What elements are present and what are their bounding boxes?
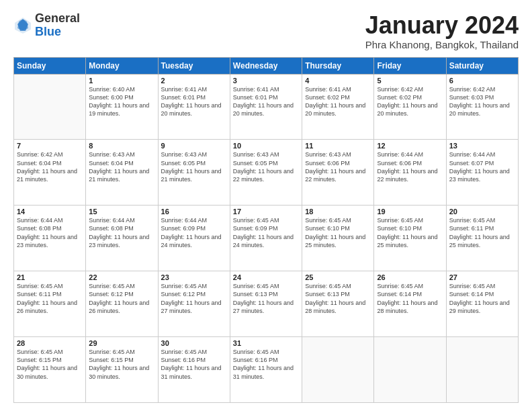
calendar-cell: 26Sunrise: 6:45 AMSunset: 6:14 PMDayligh… <box>374 271 446 337</box>
weekday-header-saturday: Saturday <box>446 57 518 74</box>
day-number: 25 <box>305 273 371 281</box>
weekday-header-row: SundayMondayTuesdayWednesdayThursdayFrid… <box>14 57 519 74</box>
day-number: 15 <box>89 208 154 216</box>
day-number: 26 <box>377 273 443 281</box>
weekday-header-friday: Friday <box>374 57 446 74</box>
calendar-cell: 9Sunrise: 6:43 AMSunset: 6:05 PMDaylight… <box>158 140 230 205</box>
calendar-cell: 4Sunrise: 6:41 AMSunset: 6:02 PMDaylight… <box>302 74 374 140</box>
day-number: 23 <box>161 273 227 281</box>
day-number: 1 <box>89 77 154 85</box>
calendar-cell: 27Sunrise: 6:45 AMSunset: 6:14 PMDayligh… <box>446 271 518 337</box>
day-info: Sunrise: 6:42 AMSunset: 6:02 PMDaylight:… <box>377 85 443 118</box>
day-number: 30 <box>161 339 227 347</box>
week-row-1: 1Sunrise: 6:40 AMSunset: 6:00 PMDaylight… <box>14 74 519 140</box>
day-info: Sunrise: 6:45 AMSunset: 6:14 PMDaylight:… <box>377 282 443 315</box>
calendar-cell: 5Sunrise: 6:42 AMSunset: 6:02 PMDaylight… <box>374 74 446 140</box>
day-info: Sunrise: 6:45 AMSunset: 6:16 PMDaylight:… <box>233 348 299 381</box>
logo-blue: Blue <box>35 25 61 38</box>
calendar-cell: 8Sunrise: 6:43 AMSunset: 6:04 PMDaylight… <box>86 140 158 205</box>
calendar-cell: 6Sunrise: 6:42 AMSunset: 6:03 PMDaylight… <box>446 74 518 140</box>
day-info: Sunrise: 6:45 AMSunset: 6:15 PMDaylight:… <box>17 348 83 381</box>
calendar-cell: 7Sunrise: 6:42 AMSunset: 6:04 PMDaylight… <box>14 140 86 205</box>
day-number: 22 <box>89 273 154 281</box>
day-info: Sunrise: 6:45 AMSunset: 6:13 PMDaylight:… <box>233 282 299 315</box>
page: General Blue January 2024 Phra Khanong, … <box>0 0 532 411</box>
day-info: Sunrise: 6:45 AMSunset: 6:13 PMDaylight:… <box>305 282 371 315</box>
day-info: Sunrise: 6:43 AMSunset: 6:05 PMDaylight:… <box>161 150 227 183</box>
weekday-header-wednesday: Wednesday <box>230 57 302 74</box>
day-info: Sunrise: 6:41 AMSunset: 6:01 PMDaylight:… <box>161 85 227 118</box>
calendar-cell: 2Sunrise: 6:41 AMSunset: 6:01 PMDaylight… <box>158 74 230 140</box>
day-number: 28 <box>17 339 83 347</box>
day-number: 20 <box>449 208 515 216</box>
weekday-header-monday: Monday <box>86 57 158 74</box>
week-row-2: 7Sunrise: 6:42 AMSunset: 6:04 PMDaylight… <box>14 140 519 205</box>
day-info: Sunrise: 6:43 AMSunset: 6:06 PMDaylight:… <box>305 150 371 183</box>
day-number: 16 <box>161 208 227 216</box>
week-row-4: 21Sunrise: 6:45 AMSunset: 6:11 PMDayligh… <box>14 271 519 337</box>
day-number: 18 <box>305 208 371 216</box>
day-info: Sunrise: 6:42 AMSunset: 6:04 PMDaylight:… <box>17 150 83 183</box>
day-info: Sunrise: 6:45 AMSunset: 6:11 PMDaylight:… <box>17 282 83 315</box>
calendar-subtitle: Phra Khanong, Bangkok, Thailand <box>365 39 519 50</box>
calendar-cell: 12Sunrise: 6:44 AMSunset: 6:06 PMDayligh… <box>374 140 446 205</box>
day-number: 9 <box>161 142 227 150</box>
calendar-cell <box>302 337 374 403</box>
day-info: Sunrise: 6:45 AMSunset: 6:16 PMDaylight:… <box>161 348 227 381</box>
day-number: 27 <box>449 273 515 281</box>
day-number: 21 <box>17 273 83 281</box>
calendar-title: January 2024 <box>365 12 519 39</box>
calendar-cell: 13Sunrise: 6:44 AMSunset: 6:07 PMDayligh… <box>446 140 518 205</box>
day-info: Sunrise: 6:45 AMSunset: 6:10 PMDaylight:… <box>305 216 371 249</box>
calendar-cell: 24Sunrise: 6:45 AMSunset: 6:13 PMDayligh… <box>230 271 302 337</box>
day-number: 3 <box>233 77 299 85</box>
day-number: 6 <box>449 77 515 85</box>
day-info: Sunrise: 6:43 AMSunset: 6:04 PMDaylight:… <box>89 150 154 183</box>
header: General Blue January 2024 Phra Khanong, … <box>13 12 519 50</box>
day-number: 10 <box>233 142 299 150</box>
day-number: 11 <box>305 142 371 150</box>
calendar-cell: 15Sunrise: 6:44 AMSunset: 6:08 PMDayligh… <box>86 205 158 271</box>
logo-text-block: General Blue <box>35 12 80 39</box>
day-info: Sunrise: 6:44 AMSunset: 6:09 PMDaylight:… <box>161 216 227 249</box>
day-info: Sunrise: 6:45 AMSunset: 6:12 PMDaylight:… <box>89 282 154 315</box>
calendar-cell: 10Sunrise: 6:43 AMSunset: 6:05 PMDayligh… <box>230 140 302 205</box>
week-row-3: 14Sunrise: 6:44 AMSunset: 6:08 PMDayligh… <box>14 205 519 271</box>
calendar-cell: 25Sunrise: 6:45 AMSunset: 6:13 PMDayligh… <box>302 271 374 337</box>
calendar-cell: 21Sunrise: 6:45 AMSunset: 6:11 PMDayligh… <box>14 271 86 337</box>
day-number: 31 <box>233 339 299 347</box>
week-row-5: 28Sunrise: 6:45 AMSunset: 6:15 PMDayligh… <box>14 337 519 403</box>
calendar-cell: 22Sunrise: 6:45 AMSunset: 6:12 PMDayligh… <box>86 271 158 337</box>
calendar-cell: 1Sunrise: 6:40 AMSunset: 6:00 PMDaylight… <box>86 74 158 140</box>
calendar-cell: 11Sunrise: 6:43 AMSunset: 6:06 PMDayligh… <box>302 140 374 205</box>
calendar-cell: 17Sunrise: 6:45 AMSunset: 6:09 PMDayligh… <box>230 205 302 271</box>
weekday-header-sunday: Sunday <box>14 57 86 74</box>
calendar-cell: 19Sunrise: 6:45 AMSunset: 6:10 PMDayligh… <box>374 205 446 271</box>
day-info: Sunrise: 6:45 AMSunset: 6:11 PMDaylight:… <box>449 216 515 249</box>
weekday-header-thursday: Thursday <box>302 57 374 74</box>
calendar-cell: 23Sunrise: 6:45 AMSunset: 6:12 PMDayligh… <box>158 271 230 337</box>
day-info: Sunrise: 6:45 AMSunset: 6:12 PMDaylight:… <box>161 282 227 315</box>
day-info: Sunrise: 6:44 AMSunset: 6:06 PMDaylight:… <box>377 150 443 183</box>
calendar-cell: 14Sunrise: 6:44 AMSunset: 6:08 PMDayligh… <box>14 205 86 271</box>
day-number: 19 <box>377 208 443 216</box>
day-number: 4 <box>305 77 371 85</box>
day-info: Sunrise: 6:40 AMSunset: 6:00 PMDaylight:… <box>89 85 154 118</box>
logo-text: General Blue <box>35 12 80 39</box>
day-info: Sunrise: 6:45 AMSunset: 6:09 PMDaylight:… <box>233 216 299 249</box>
calendar-cell: 30Sunrise: 6:45 AMSunset: 6:16 PMDayligh… <box>158 337 230 403</box>
calendar-cell <box>374 337 446 403</box>
day-info: Sunrise: 6:42 AMSunset: 6:03 PMDaylight:… <box>449 85 515 118</box>
day-number: 17 <box>233 208 299 216</box>
calendar-cell: 29Sunrise: 6:45 AMSunset: 6:15 PMDayligh… <box>86 337 158 403</box>
day-info: Sunrise: 6:45 AMSunset: 6:15 PMDaylight:… <box>89 348 154 381</box>
day-info: Sunrise: 6:44 AMSunset: 6:08 PMDaylight:… <box>17 216 83 249</box>
calendar-cell: 28Sunrise: 6:45 AMSunset: 6:15 PMDayligh… <box>14 337 86 403</box>
day-info: Sunrise: 6:43 AMSunset: 6:05 PMDaylight:… <box>233 150 299 183</box>
calendar-table: SundayMondayTuesdayWednesdayThursdayFrid… <box>13 57 519 403</box>
day-number: 2 <box>161 77 227 85</box>
day-info: Sunrise: 6:44 AMSunset: 6:08 PMDaylight:… <box>89 216 154 249</box>
logo-general: General <box>35 11 80 25</box>
logo-icon <box>13 16 32 35</box>
calendar-cell <box>14 74 86 140</box>
